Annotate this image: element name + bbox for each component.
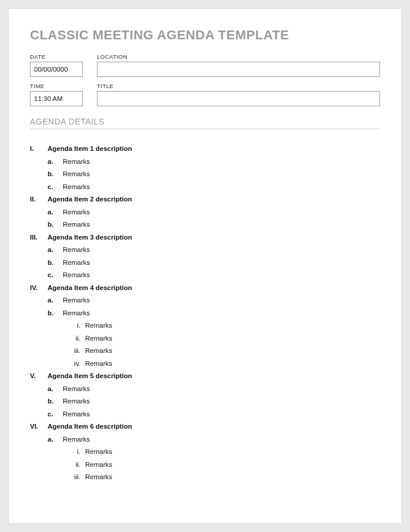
list-marker: III. bbox=[30, 233, 48, 243]
list-marker: b. bbox=[48, 309, 63, 318]
list-marker: V. bbox=[30, 372, 48, 381]
list-marker: b. bbox=[48, 170, 63, 179]
list-text: Agenda Item 6 description bbox=[48, 422, 132, 432]
agenda-subitem: a.Remarks bbox=[30, 208, 380, 217]
agenda-item: II.Agenda Item 2 description bbox=[30, 195, 380, 204]
agenda-subsubitem: ii.Remarks bbox=[30, 460, 380, 470]
agenda-subitem: a.Remarks bbox=[30, 157, 380, 167]
list-marker: a. bbox=[48, 208, 63, 217]
list-text: Remarks bbox=[85, 447, 112, 457]
form-row-1: DATE LOCATION bbox=[30, 53, 380, 77]
list-marker: a. bbox=[48, 245, 63, 255]
agenda-subitem: b.Remarks bbox=[30, 309, 380, 318]
list-marker: VI. bbox=[30, 422, 48, 432]
location-input[interactable] bbox=[97, 62, 380, 77]
list-marker: i. bbox=[69, 321, 85, 331]
title-field-group: TITLE bbox=[97, 83, 380, 106]
list-text: Remarks bbox=[85, 334, 112, 344]
list-marker: c. bbox=[48, 183, 63, 192]
agenda-subitem: a.Remarks bbox=[30, 296, 380, 305]
list-marker: a. bbox=[48, 296, 63, 305]
list-text: Remarks bbox=[63, 385, 90, 394]
list-marker: b. bbox=[48, 220, 63, 230]
agenda-subsubitem: iii.Remarks bbox=[30, 346, 380, 356]
location-label: LOCATION bbox=[97, 53, 380, 60]
list-text: Agenda Item 5 description bbox=[48, 372, 132, 381]
list-text: Remarks bbox=[85, 321, 112, 331]
list-text: Remarks bbox=[85, 460, 112, 470]
agenda-subitem: a.Remarks bbox=[30, 245, 380, 255]
title-input[interactable] bbox=[97, 91, 380, 106]
list-marker: ii. bbox=[69, 334, 85, 344]
list-marker: c. bbox=[48, 271, 63, 280]
agenda-subsubitem: i.Remarks bbox=[30, 447, 380, 457]
list-marker: ii. bbox=[69, 460, 85, 470]
list-marker: a. bbox=[48, 435, 63, 445]
time-field-group: TIME bbox=[30, 83, 83, 106]
agenda-subitem: a.Remarks bbox=[30, 435, 380, 445]
time-input[interactable] bbox=[30, 91, 83, 106]
list-text: Remarks bbox=[85, 473, 112, 482]
document-page: CLASSIC MEETING AGENDA TEMPLATE DATE LOC… bbox=[8, 8, 402, 524]
list-text: Agenda Item 4 description bbox=[48, 284, 132, 293]
list-marker: a. bbox=[48, 385, 63, 394]
list-text: Remarks bbox=[63, 258, 90, 268]
agenda-subitem: b.Remarks bbox=[30, 397, 380, 406]
list-text: Remarks bbox=[63, 208, 90, 217]
location-field-group: LOCATION bbox=[97, 53, 380, 77]
date-label: DATE bbox=[30, 53, 83, 60]
list-text: Remarks bbox=[63, 220, 90, 230]
list-text: Agenda Item 3 description bbox=[48, 233, 132, 243]
list-text: Remarks bbox=[63, 170, 90, 179]
agenda-item: IV.Agenda Item 4 description bbox=[30, 284, 380, 293]
date-input[interactable] bbox=[30, 62, 83, 77]
agenda-list: I.Agenda Item 1 descriptiona.Remarksb.Re… bbox=[30, 144, 380, 482]
agenda-item: I.Agenda Item 1 description bbox=[30, 144, 380, 154]
list-text: Agenda Item 2 description bbox=[48, 195, 132, 204]
agenda-subsubitem: ii.Remarks bbox=[30, 334, 380, 344]
agenda-subsubitem: i.Remarks bbox=[30, 321, 380, 331]
agenda-item: V.Agenda Item 5 description bbox=[30, 372, 380, 381]
list-text: Remarks bbox=[63, 309, 90, 318]
list-marker: iii. bbox=[69, 346, 85, 356]
agenda-item: III.Agenda Item 3 description bbox=[30, 233, 380, 243]
form-row-2: TIME TITLE bbox=[30, 83, 380, 106]
agenda-subitem: c.Remarks bbox=[30, 183, 380, 192]
list-marker: b. bbox=[48, 258, 63, 268]
section-heading: AGENDA DETAILS bbox=[30, 117, 380, 129]
list-marker: c. bbox=[48, 410, 63, 419]
title-label: TITLE bbox=[97, 83, 380, 89]
agenda-subsubitem: iv.Remarks bbox=[30, 359, 380, 369]
list-marker: IV. bbox=[30, 284, 48, 293]
list-text: Remarks bbox=[63, 157, 90, 167]
list-marker: I. bbox=[30, 144, 48, 154]
agenda-subitem: b.Remarks bbox=[30, 258, 380, 268]
list-text: Remarks bbox=[85, 359, 112, 369]
page-title: CLASSIC MEETING AGENDA TEMPLATE bbox=[30, 28, 380, 43]
time-label: TIME bbox=[30, 83, 83, 89]
list-text: Remarks bbox=[63, 410, 90, 419]
agenda-subsubitem: iii.Remarks bbox=[30, 473, 380, 482]
list-text: Remarks bbox=[63, 271, 90, 280]
list-marker: b. bbox=[48, 397, 63, 406]
agenda-subitem: c.Remarks bbox=[30, 271, 380, 280]
list-marker: II. bbox=[30, 195, 48, 204]
list-text: Agenda Item 1 description bbox=[48, 144, 132, 154]
list-text: Remarks bbox=[63, 435, 90, 445]
agenda-item: VI.Agenda Item 6 description bbox=[30, 422, 380, 432]
list-text: Remarks bbox=[63, 296, 90, 305]
list-text: Remarks bbox=[63, 397, 90, 406]
list-marker: i. bbox=[69, 447, 85, 457]
agenda-subitem: a.Remarks bbox=[30, 385, 380, 394]
list-marker: iv. bbox=[69, 359, 85, 369]
list-marker: a. bbox=[48, 157, 63, 167]
agenda-subitem: b.Remarks bbox=[30, 220, 380, 230]
agenda-subitem: c.Remarks bbox=[30, 410, 380, 419]
agenda-subitem: b.Remarks bbox=[30, 170, 380, 179]
list-marker: iii. bbox=[69, 473, 85, 482]
list-text: Remarks bbox=[63, 245, 90, 255]
date-field-group: DATE bbox=[30, 53, 83, 77]
list-text: Remarks bbox=[85, 346, 112, 356]
list-text: Remarks bbox=[63, 183, 90, 192]
